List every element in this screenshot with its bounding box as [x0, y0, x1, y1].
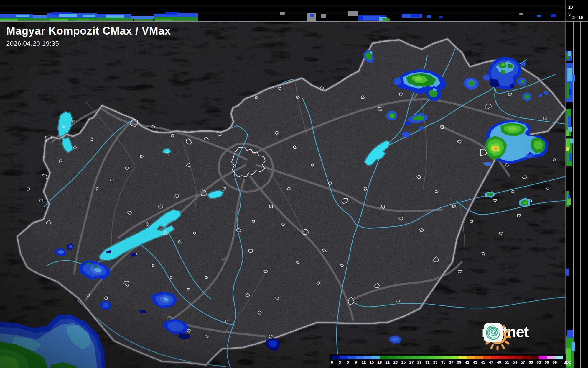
right-axis-tick-label: 10 — [578, 15, 583, 20]
legend-tick-label: 49 — [495, 360, 503, 364]
page-title: Magyar Kompozit CMax / VMax — [6, 25, 171, 37]
legend-tick-label: 29 — [415, 360, 424, 364]
legend-tick-label: 66 — [543, 360, 551, 364]
radar-app-window: 105510 Magyar Kompozit CMax / VMax 2026.… — [0, 0, 588, 368]
legend-segment — [531, 356, 539, 359]
legend-segment — [475, 356, 483, 359]
legend-segment — [356, 356, 364, 359]
legend-segment — [459, 356, 467, 359]
legend-tick-label: 21 — [383, 360, 392, 364]
legend-tick-label: 15 — [368, 360, 376, 364]
legend-segment — [396, 356, 403, 359]
legend-tick-label: 23 — [391, 360, 400, 364]
legend-tick-label: 47 — [487, 360, 495, 364]
radar-map-canvas[interactable]: 105510 — [0, 0, 588, 368]
legend-tick-label: 41 — [463, 360, 471, 364]
legend-tick-label: 69 — [551, 360, 559, 364]
legend-tick-label: 57 — [519, 360, 527, 364]
dbz-color-scale: 0369121518212325272931333537394143454749… — [330, 354, 566, 368]
legend-tick-label: 54 — [511, 360, 519, 364]
legend-unit-label: dBZ — [561, 360, 573, 364]
legend-tick-label: 37 — [447, 360, 455, 364]
legend-tick-label: 31 — [423, 360, 431, 364]
legend-segment — [443, 356, 451, 359]
legend-segment — [483, 356, 491, 359]
title-block: Magyar Kompozit CMax / VMax 2026.04.20 1… — [6, 25, 171, 48]
right-axis-tick-label: 5 — [572, 15, 575, 20]
legend-segment — [539, 356, 547, 359]
legend-segment — [419, 356, 427, 359]
legend-segment — [427, 356, 435, 359]
legend-tick-label: 9 — [352, 360, 360, 364]
metnet-app-icon — [483, 323, 503, 342]
legend-segment — [547, 356, 555, 359]
vmax-top-strip — [0, 0, 566, 21]
legend-segment — [451, 356, 459, 359]
legend-tick-label: 33 — [431, 360, 439, 364]
metnet-logo: metnet — [483, 323, 532, 341]
legend-segment — [507, 356, 515, 359]
legend-tick-label: 43 — [471, 360, 479, 364]
legend-tick-label: 63 — [535, 360, 543, 364]
legend-segment — [388, 356, 396, 359]
dbz-color-bar — [332, 356, 563, 359]
legend-segment — [523, 356, 531, 359]
legend-segment — [364, 356, 372, 359]
legend-segment — [555, 356, 563, 359]
legend-tick-label: 0 — [328, 360, 336, 364]
legend-tick-label: 25 — [399, 360, 408, 364]
legend-segment — [491, 356, 499, 359]
legend-tick-label: 35 — [439, 360, 447, 364]
legend-tick-label: 6 — [344, 360, 352, 364]
vmax-right-strip — [566, 21, 588, 368]
legend-segment — [332, 356, 340, 359]
legend-tick-label: 51 — [503, 360, 511, 364]
legend-tick-label: 18 — [375, 360, 384, 364]
legend-segment — [515, 356, 523, 359]
top-axis-tick-label: 10 — [568, 5, 573, 9]
legend-tick-label: 60 — [527, 360, 535, 364]
top-axis-tick-label: 5 — [568, 12, 571, 17]
legend-tick-label: 39 — [455, 360, 463, 364]
legend-segment — [499, 356, 507, 359]
legend-tick-label: 3 — [336, 360, 344, 364]
legend-segment — [411, 356, 419, 359]
map-area[interactable] — [0, 21, 566, 368]
legend-segment — [467, 356, 475, 359]
legend-tick-label: 27 — [407, 360, 416, 364]
timestamp: 2026.04.20 19:35 — [6, 40, 171, 48]
legend-tick-label: 12 — [360, 360, 368, 364]
legend-tick-label: 45 — [479, 360, 487, 364]
strip-corner-box — [566, 0, 588, 21]
legend-segment — [348, 356, 356, 359]
legend-segment — [435, 356, 443, 359]
legend-segment — [380, 356, 388, 359]
legend-segment — [372, 356, 380, 359]
legend-segment — [340, 356, 348, 359]
legend-segment — [403, 356, 411, 359]
